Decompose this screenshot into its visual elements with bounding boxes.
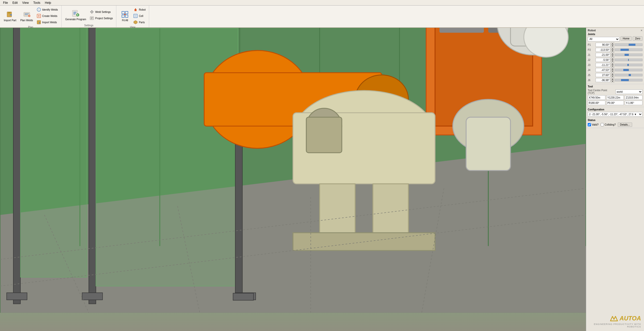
joint-down-j3[interactable]: ▼ <box>611 65 614 67</box>
tcp-yaw-input[interactable] <box>625 101 642 105</box>
generate-program-button[interactable]: Generate Program <box>64 8 88 22</box>
configuration-select[interactable]: J: -21.00°, -5.56°, -11.23°, -47.53°, 27… <box>588 112 642 116</box>
tcp-frame-select[interactable]: world <box>615 89 643 94</box>
tool-section: Tool Tool Centre Point (TCP) world <box>586 84 644 107</box>
joint-up-j1[interactable]: ▲ <box>611 53 614 55</box>
joint-label-p1: P1 <box>588 43 595 46</box>
import-part-button[interactable]: Import Part <box>2 9 18 23</box>
joint-up-p1[interactable]: ▲ <box>611 42 614 45</box>
joint-up-j4[interactable]: ▲ <box>611 68 614 70</box>
menu-file[interactable]: File <box>1 1 10 5</box>
joint-bar-fill-j1 <box>625 54 629 56</box>
joint-up-j2[interactable]: ▲ <box>611 58 614 60</box>
joint-bar-fill-j5 <box>629 74 631 76</box>
joint-down-j4[interactable]: ▼ <box>611 70 614 72</box>
tcp-y-input[interactable] <box>606 95 624 100</box>
view-small-buttons: Robot Cell <box>132 7 147 25</box>
joint-up-j3[interactable]: ▲ <box>611 63 614 65</box>
weld-settings-button[interactable]: Weld Settings <box>88 9 114 15</box>
ribbon-group-view: Fit All Robot <box>116 6 149 27</box>
tcp-rpy-row <box>588 101 642 105</box>
tcp-z-input[interactable] <box>625 95 642 100</box>
svg-marker-98 <box>610 316 618 321</box>
joint-value-j1[interactable] <box>596 53 610 57</box>
joint-down-j2[interactable]: ▼ <box>611 60 614 62</box>
joint-value-j4[interactable] <box>596 68 610 72</box>
tcp-x-input[interactable] <box>588 95 605 100</box>
joint-value-j6[interactable] <box>596 78 610 82</box>
fit-all-label: Fit All <box>122 19 128 22</box>
tcp-p-input[interactable] <box>606 101 624 105</box>
joint-up-j6[interactable]: ▲ <box>611 78 614 80</box>
fit-all-button[interactable]: Fit All <box>118 9 131 23</box>
valid-checkbox-label[interactable]: Valid? <box>588 123 599 126</box>
joint-down-p2[interactable]: ▼ <box>611 50 614 52</box>
joint-down-j5[interactable]: ▼ <box>611 75 614 77</box>
robot-view-button[interactable]: Robot <box>132 7 147 13</box>
svg-rect-59 <box>96 28 238 286</box>
create-welds-icon <box>37 14 41 18</box>
plan-welds-label: Plan Welds <box>20 19 33 22</box>
svg-rect-15 <box>37 20 41 24</box>
logo-area: AUTOA ENGINEERING PRODUCTIVITY WITH ROBO… <box>586 311 644 331</box>
home-button[interactable]: Home <box>621 36 632 41</box>
svg-rect-58 <box>20 28 87 277</box>
joint-bar-center-p1 <box>629 44 629 46</box>
joint-row-j5: J5▲▼ <box>588 73 642 77</box>
create-welds-button[interactable]: Create Welds <box>35 13 59 19</box>
cell-view-button[interactable]: Cell <box>132 13 147 19</box>
joints-list: P1▲▼P2▲▼J1▲▼J2▲▼J3▲▼J4▲▼J5▲▼J6▲▼ <box>588 42 642 82</box>
main-area: z y x Z <box>0 28 644 331</box>
svg-point-36 <box>124 14 126 15</box>
joint-value-j5[interactable] <box>596 73 610 77</box>
zero-button[interactable]: Zero <box>633 36 642 41</box>
settings-small-buttons: Weld Settings Project Settings <box>88 9 114 21</box>
settings-buttons: Generate Program Weld <box>64 7 114 23</box>
svg-rect-1 <box>8 12 11 13</box>
joints-section: Joints All Home Zero P1▲▼P2▲▼J1▲▼J2▲▼J3▲… <box>588 33 642 82</box>
valid-checkbox[interactable] <box>588 123 591 126</box>
joint-down-p1[interactable]: ▼ <box>611 45 614 47</box>
plan-welds-button[interactable]: Plan Welds <box>18 9 35 23</box>
robot-view-label: Robot <box>139 8 146 11</box>
joint-down-j1[interactable]: ▼ <box>611 55 614 57</box>
logo-slogan: ENGINEERING PRODUCTIVITY WITH ROBOTICS <box>589 323 641 328</box>
generate-program-label: Generate Program <box>65 18 86 21</box>
import-welds-button[interactable]: Import Welds <box>35 19 59 25</box>
joint-up-p2[interactable]: ▲ <box>611 48 614 50</box>
viewport[interactable]: z y x Z <box>0 28 586 331</box>
robot-panel-close[interactable]: ✕ <box>640 29 642 32</box>
menu-help[interactable]: Help <box>43 1 53 5</box>
details-button[interactable]: Details... <box>618 123 632 127</box>
joint-spinner-j4: ▲▼ <box>611 68 614 72</box>
svg-rect-32 <box>122 11 124 14</box>
joint-value-p2[interactable] <box>596 48 610 52</box>
joint-spinner-p1: ▲▼ <box>611 42 614 47</box>
configuration-label: Configuration <box>588 108 642 111</box>
settings-group-label: Settings <box>84 24 93 27</box>
tcp-r-input[interactable] <box>588 101 605 105</box>
colliding-checkbox[interactable] <box>601 123 604 126</box>
parts-view-button[interactable]: Parts <box>132 19 147 25</box>
joint-up-j5[interactable]: ▲ <box>611 73 614 75</box>
joint-down-j6[interactable]: ▼ <box>611 80 614 82</box>
right-panel: Robot ✕ Joints All Home Zero <box>586 28 644 331</box>
joint-value-j3[interactable] <box>596 63 610 67</box>
identify-welds-button[interactable]: i Identify Welds <box>35 7 59 13</box>
project-settings-button[interactable]: Project Settings <box>88 15 114 21</box>
menu-view[interactable]: View <box>20 1 31 5</box>
menu-tools[interactable]: Tools <box>31 1 42 5</box>
svg-point-39 <box>135 8 135 9</box>
joint-spinner-j5: ▲▼ <box>611 73 614 77</box>
colliding-checkbox-label[interactable]: Colliding? <box>601 123 616 126</box>
joint-value-j2[interactable] <box>596 58 610 62</box>
joints-all-select[interactable]: All <box>588 37 620 41</box>
tool-label: Tool <box>588 85 642 88</box>
viewport-scene: z y x Z <box>0 28 586 331</box>
joint-spinner-j2: ▲▼ <box>611 58 614 62</box>
joint-value-p1[interactable] <box>596 43 610 47</box>
joint-bar-center-p2 <box>629 49 629 51</box>
joints-label: Joints <box>588 33 642 36</box>
joint-spinner-j6: ▲▼ <box>611 78 614 82</box>
menu-edit[interactable]: Edit <box>10 1 20 5</box>
